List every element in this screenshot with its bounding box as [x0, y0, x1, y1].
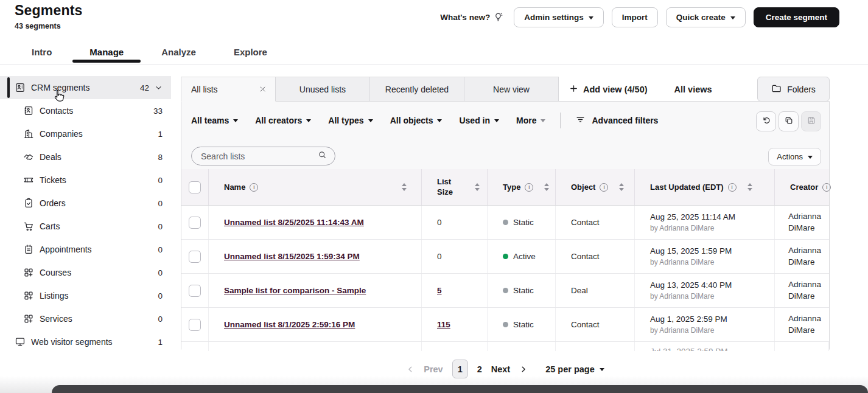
- sidebar-item-label: Appointments: [40, 245, 158, 254]
- filter-more-dropdown[interactable]: More: [516, 116, 545, 125]
- updated-date: Aug 25, 2025 11:14 AM: [650, 211, 735, 223]
- list-name-link[interactable]: Unnamed list 8/25/2025 11:14:43 AM: [224, 218, 364, 227]
- sidebar-item-services[interactable]: Services0: [0, 307, 171, 330]
- tab-explore[interactable]: Explore: [234, 47, 267, 57]
- list-name-link[interactable]: Unnamed list 8/1/2025 2:59:16 PM: [224, 320, 355, 329]
- sort-icon[interactable]: [402, 183, 407, 191]
- undo-button[interactable]: [756, 111, 776, 131]
- updated-date: Aug 1, 2025 2:59 PM: [650, 313, 727, 325]
- filter-label: More: [516, 116, 536, 125]
- sidebar-item-companies[interactable]: Companies1: [0, 122, 171, 145]
- updated-wrap: Aug 13, 2025 4:40 PMby Adrianna DiMare: [650, 279, 732, 302]
- sort-icon[interactable]: [619, 183, 624, 191]
- per-page-label: 25 per page: [545, 364, 595, 374]
- quick-create-button[interactable]: Quick create: [666, 7, 746, 27]
- column-header-name[interactable]: Namei: [209, 169, 422, 205]
- column-header-object[interactable]: Objecti: [556, 169, 635, 205]
- list-name-link[interactable]: Sample list for comparison - Sample: [224, 286, 366, 295]
- sidebar-item-courses[interactable]: Courses0: [0, 261, 171, 284]
- last-updated-cell: Aug 13, 2025 4:40 PMby Adrianna DiMare: [635, 274, 775, 307]
- next-chevron-icon[interactable]: [519, 365, 528, 374]
- chevron-down-icon: [600, 368, 604, 371]
- actions-button[interactable]: Actions: [768, 148, 821, 165]
- column-header-list-size[interactable]: List Size: [422, 169, 488, 205]
- clone-button[interactable]: [779, 111, 799, 131]
- prev-chevron-icon[interactable]: [406, 365, 415, 374]
- updated-by: by Adrianna DiMare: [650, 291, 732, 302]
- filter-all-creators-dropdown[interactable]: All creators: [255, 116, 311, 125]
- object-cell: Contact: [556, 308, 635, 341]
- folders-button[interactable]: Folders: [757, 77, 830, 102]
- sidebar-item-contacts[interactable]: Contacts33: [0, 99, 171, 122]
- filter-all-types-dropdown[interactable]: All types: [328, 116, 373, 125]
- per-page-select[interactable]: 25 per page: [545, 364, 604, 374]
- sort-icon[interactable]: [747, 183, 752, 191]
- view-tab-label: Recently deleted: [385, 85, 449, 94]
- web-visitor-icon: [15, 336, 26, 347]
- row-checkbox[interactable]: [189, 319, 201, 331]
- view-tab-all-lists[interactable]: All lists: [181, 77, 276, 102]
- select-all-cell: [181, 169, 209, 205]
- sidebar-item-tickets[interactable]: Tickets0: [0, 169, 171, 192]
- list-panel: All teamsAll creatorsAll typesAll object…: [181, 101, 830, 351]
- sidebar-item-label: Contacts: [40, 106, 153, 116]
- create-segment-button[interactable]: Create segment: [754, 7, 839, 27]
- sidebar-item-deals[interactable]: Deals8: [0, 145, 171, 169]
- list-size-value[interactable]: 5: [437, 286, 442, 295]
- view-tab-recently-deleted[interactable]: Recently deleted: [369, 77, 464, 102]
- sidebar-item-carts[interactable]: Carts0: [0, 215, 171, 238]
- whats-new-link[interactable]: What's new?: [440, 12, 503, 23]
- admin-settings-button[interactable]: Admin settings: [514, 7, 604, 27]
- advanced-filters-button[interactable]: Advanced filters: [575, 114, 658, 127]
- updated-date: Aug 13, 2025 4:40 PM: [650, 279, 732, 291]
- lists-table: NameiList SizeTypeiObjectiLast Updated (…: [181, 169, 829, 351]
- save-view-button[interactable]: [801, 111, 821, 131]
- add-view-button[interactable]: Add view (4/50): [569, 77, 648, 102]
- filter-used-in-dropdown[interactable]: Used in: [459, 116, 499, 125]
- select-all-checkbox[interactable]: [189, 181, 201, 193]
- filter-label: Used in: [459, 116, 490, 125]
- page-2-button[interactable]: 2: [477, 364, 482, 374]
- close-icon[interactable]: [259, 85, 267, 93]
- page-1-button[interactable]: 1: [452, 360, 468, 378]
- sidebar-item-label: Courses: [40, 268, 158, 277]
- sort-icon[interactable]: [544, 183, 549, 191]
- last-updated-cell: Jul 31, 2025 2:59 PM: [635, 342, 775, 351]
- tab-intro[interactable]: Intro: [32, 47, 52, 57]
- sort-icon[interactable]: [475, 183, 480, 191]
- row-checkbox[interactable]: [189, 251, 201, 263]
- all-views-button[interactable]: All views: [674, 77, 712, 102]
- column-header-last-updated-edt[interactable]: Last Updated (EDT)i: [635, 169, 775, 205]
- import-button[interactable]: Import: [612, 7, 658, 27]
- view-tab-new-view[interactable]: New view: [464, 77, 559, 102]
- column-header-creator[interactable]: Creatori: [775, 169, 831, 205]
- next-button[interactable]: Next: [491, 364, 510, 374]
- segment-count: 43 segments: [15, 22, 61, 30]
- sidebar-item-orders[interactable]: Orders0: [0, 192, 171, 215]
- object-label: Deal: [571, 286, 588, 295]
- filter-all-objects-dropdown[interactable]: All objects: [390, 116, 443, 125]
- info-icon: i: [728, 183, 737, 192]
- view-tab-label: Unused lists: [299, 85, 346, 94]
- tab-analyze[interactable]: Analyze: [161, 47, 196, 57]
- sidebar-item-count: 0: [158, 291, 163, 301]
- sidebar-item-appointments[interactable]: Appointments0: [0, 238, 171, 261]
- filter-all-teams-dropdown[interactable]: All teams: [191, 116, 238, 125]
- chevron-down-icon[interactable]: [155, 84, 163, 92]
- tab-manage[interactable]: Manage: [89, 47, 124, 57]
- row-checkbox[interactable]: [189, 217, 201, 229]
- sidebar-item-crm-segments[interactable]: CRM segments42: [0, 76, 171, 99]
- search-input[interactable]: [201, 151, 318, 161]
- quick-create-label: Quick create: [676, 13, 726, 22]
- row-checkbox[interactable]: [189, 285, 201, 297]
- chevron-down-icon: [494, 119, 499, 122]
- sidebar-item-web-visitor-segments[interactable]: Web visitor segments1: [0, 330, 171, 353]
- creator-name: Adrianna DiMare: [788, 211, 829, 233]
- list-name-link[interactable]: Unnamed list 8/15/2025 1:59:34 PM: [224, 252, 360, 261]
- list-size-value[interactable]: 115: [437, 320, 450, 329]
- prev-button[interactable]: Prev: [424, 364, 443, 374]
- column-header-type[interactable]: Typei: [488, 169, 556, 205]
- sidebar-item-listings[interactable]: Listings0: [0, 284, 171, 307]
- view-tab-unused-lists[interactable]: Unused lists: [275, 77, 370, 102]
- status-dot: [503, 322, 508, 327]
